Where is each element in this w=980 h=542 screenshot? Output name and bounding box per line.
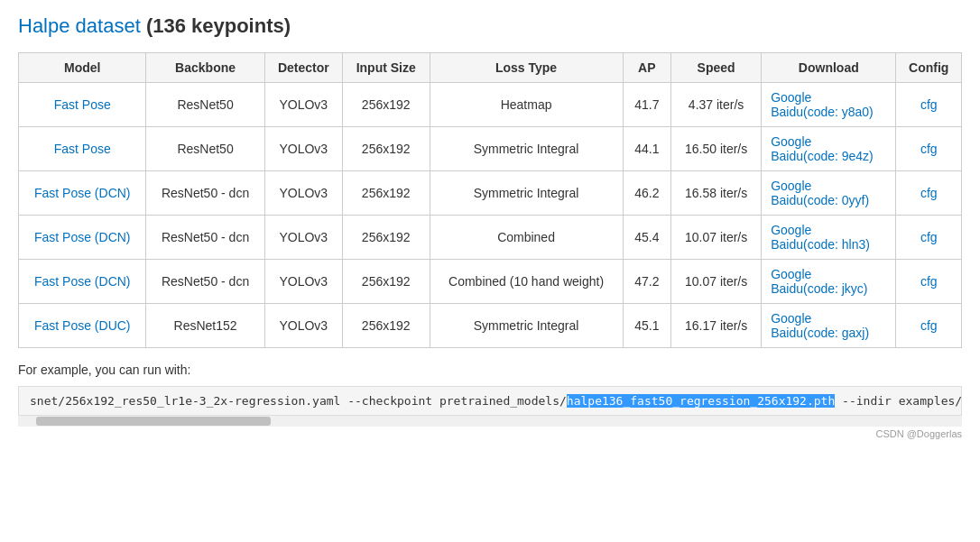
model-link[interactable]: Fast Pose (DUC): [34, 318, 131, 333]
cell-backbone: ResNet152: [146, 304, 264, 348]
cell-speed: 10.07 iter/s: [671, 216, 762, 260]
cell-backbone: ResNet50: [146, 83, 264, 127]
code-suffix: --indir examples/demo/ --save_img: [835, 394, 962, 408]
cell-detector: YOLOv3: [264, 216, 342, 260]
cell-input-size: 256x192: [342, 171, 430, 216]
cell-backbone: ResNet50 - dcn: [146, 260, 264, 304]
cell-detector: YOLOv3: [264, 260, 342, 304]
scrollbar-thumb[interactable]: [36, 417, 271, 426]
table-row: Fast PoseResNet50YOLOv3256x192Symmetric …: [19, 127, 962, 171]
model-link[interactable]: Fast Pose: [54, 142, 111, 156]
cell-detector: YOLOv3: [264, 127, 342, 171]
google-link[interactable]: Google: [771, 134, 886, 149]
cell-detector: YOLOv3: [264, 83, 342, 127]
table-row: Fast PoseResNet50YOLOv3256x192Heatmap41.…: [19, 83, 962, 127]
cell-speed: 16.50 iter/s: [671, 127, 762, 171]
col-header-detector: Detector: [264, 53, 342, 83]
col-header-config: Config: [896, 53, 962, 83]
cell-loss-type: Symmetric Integral: [430, 127, 623, 171]
model-link[interactable]: Fast Pose (DCN): [34, 186, 131, 200]
baidu-link[interactable]: Baidu(code: jkyc): [771, 281, 886, 296]
baidu-link[interactable]: Baidu(code: gaxj): [771, 326, 886, 340]
cell-loss-type: Symmetric Integral: [430, 171, 623, 216]
config-link[interactable]: cfg: [920, 318, 938, 333]
google-link[interactable]: Google: [771, 90, 886, 105]
page-title: Halpe dataset (136 keypoints): [18, 14, 962, 38]
cell-input-size: 256x192: [342, 83, 430, 127]
example-text: For example, you can run with:: [18, 363, 962, 377]
cell-input-size: 256x192: [342, 216, 430, 260]
cell-loss-type: Symmetric Integral: [430, 304, 623, 348]
table-row: Fast Pose (DCN)ResNet50 - dcnYOLOv3256x1…: [19, 171, 962, 216]
table-row: Fast Pose (DCN)ResNet50 - dcnYOLOv3256x1…: [19, 216, 962, 260]
col-header-input-size: Input Size: [342, 53, 430, 83]
col-header-ap: AP: [623, 53, 671, 83]
code-prefix: snet/256x192_res50_lr1e-3_2x-regression.…: [30, 394, 567, 408]
col-header-download: Download: [762, 53, 896, 83]
cell-download: GoogleBaidu(code: hln3): [762, 216, 896, 260]
cell-backbone: ResNet50: [146, 127, 264, 171]
cell-config: cfg: [896, 260, 962, 304]
cell-download: GoogleBaidu(code: y8a0): [762, 83, 896, 127]
google-link[interactable]: Google: [771, 267, 886, 281]
cell-download: GoogleBaidu(code: gaxj): [762, 304, 896, 348]
model-table: Model Backbone Detector Input Size Loss …: [18, 52, 962, 348]
cell-backbone: ResNet50 - dcn: [146, 216, 264, 260]
cell-input-size: 256x192: [342, 127, 430, 171]
cell-config: cfg: [896, 83, 962, 127]
config-link[interactable]: cfg: [920, 186, 938, 200]
cell-input-size: 256x192: [342, 304, 430, 348]
cell-download: GoogleBaidu(code: 0yyf): [762, 171, 896, 216]
cell-config: cfg: [896, 304, 962, 348]
scrollbar[interactable]: [18, 416, 962, 427]
baidu-link[interactable]: Baidu(code: 9e4z): [771, 149, 886, 163]
baidu-link[interactable]: Baidu(code: 0yyf): [771, 193, 886, 207]
table-row: Fast Pose (DUC)ResNet152YOLOv3256x192Sym…: [19, 304, 962, 348]
cell-speed: 16.17 iter/s: [671, 304, 762, 348]
col-header-model: Model: [19, 53, 146, 83]
code-block[interactable]: snet/256x192_res50_lr1e-3_2x-regression.…: [18, 386, 962, 416]
watermark: CSDN @Doggerlas: [18, 428, 962, 439]
cell-ap: 45.1: [623, 304, 671, 348]
dataset-link[interactable]: Halpe dataset: [18, 14, 141, 37]
google-link[interactable]: Google: [771, 311, 886, 326]
model-link[interactable]: Fast Pose: [54, 97, 111, 112]
cell-detector: YOLOv3: [264, 171, 342, 216]
cell-config: cfg: [896, 171, 962, 216]
cell-speed: 10.07 iter/s: [671, 260, 762, 304]
cell-loss-type: Combined (10 hand weight): [430, 260, 623, 304]
config-link[interactable]: cfg: [920, 142, 938, 156]
cell-config: cfg: [896, 216, 962, 260]
cell-ap: 47.2: [623, 260, 671, 304]
config-link[interactable]: cfg: [920, 230, 938, 244]
table-row: Fast Pose (DCN)ResNet50 - dcnYOLOv3256x1…: [19, 260, 962, 304]
col-header-backbone: Backbone: [146, 53, 264, 83]
cell-ap: 41.7: [623, 83, 671, 127]
baidu-link[interactable]: Baidu(code: hln3): [771, 237, 886, 252]
col-header-speed: Speed: [671, 53, 762, 83]
cell-speed: 16.58 iter/s: [671, 171, 762, 216]
col-header-loss-type: Loss Type: [430, 53, 623, 83]
cell-backbone: ResNet50 - dcn: [146, 171, 264, 216]
config-link[interactable]: cfg: [920, 97, 938, 112]
code-highlight: halpe136_fast50_regression_256x192.pth: [567, 394, 835, 408]
model-link[interactable]: Fast Pose (DCN): [34, 230, 131, 244]
cell-loss-type: Heatmap: [430, 83, 623, 127]
cell-loss-type: Combined: [430, 216, 623, 260]
cell-download: GoogleBaidu(code: 9e4z): [762, 127, 896, 171]
config-link[interactable]: cfg: [920, 274, 938, 289]
google-link[interactable]: Google: [771, 179, 886, 193]
cell-detector: YOLOv3: [264, 304, 342, 348]
model-link[interactable]: Fast Pose (DCN): [34, 274, 131, 289]
baidu-link[interactable]: Baidu(code: y8a0): [771, 105, 886, 119]
cell-ap: 44.1: [623, 127, 671, 171]
cell-ap: 46.2: [623, 171, 671, 216]
cell-input-size: 256x192: [342, 260, 430, 304]
google-link[interactable]: Google: [771, 223, 886, 237]
cell-download: GoogleBaidu(code: jkyc): [762, 260, 896, 304]
cell-speed: 4.37 iter/s: [671, 83, 762, 127]
cell-config: cfg: [896, 127, 962, 171]
cell-ap: 45.4: [623, 216, 671, 260]
